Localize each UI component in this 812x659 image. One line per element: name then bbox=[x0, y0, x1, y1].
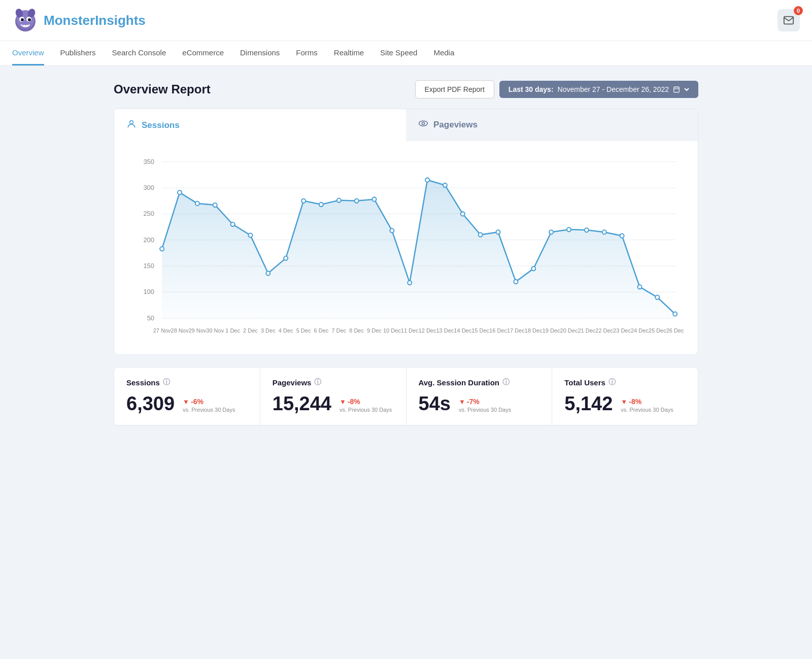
svg-rect-10 bbox=[674, 87, 680, 92]
svg-text:24 Dec: 24 Dec bbox=[631, 327, 649, 334]
header-right: 0 bbox=[777, 9, 800, 31]
stat-card-pageviews: Pageviews ⓘ 15,244 ▼ -8% vs. Previous 30… bbox=[260, 368, 406, 425]
logo-area: MonsterInsights bbox=[12, 7, 146, 34]
svg-text:15 Dec: 15 Dec bbox=[471, 327, 489, 334]
svg-point-16 bbox=[422, 122, 425, 125]
chart-point bbox=[567, 227, 571, 232]
info-icon-pageviews[interactable]: ⓘ bbox=[314, 378, 321, 387]
chart-point bbox=[620, 234, 624, 238]
svg-text:17 Dec: 17 Dec bbox=[507, 327, 525, 334]
svg-text:50: 50 bbox=[147, 314, 154, 322]
info-icon-avg-session[interactable]: ⓘ bbox=[502, 378, 510, 387]
report-title: Overview Report bbox=[114, 82, 211, 96]
svg-point-7 bbox=[28, 18, 31, 21]
notification-badge: 0 bbox=[794, 6, 803, 15]
notification-button[interactable]: 0 bbox=[777, 9, 800, 31]
tab-sessions[interactable]: Sessions bbox=[114, 109, 406, 141]
stat-value-avg-session: 54s bbox=[419, 393, 451, 415]
nav-item-search-console[interactable]: Search Console bbox=[112, 41, 166, 65]
sessions-chart: 350 300 250 200 150 100 50 bbox=[126, 151, 686, 344]
stat-change-avg-session: ▼ -7% vs. Previous 30 Days bbox=[459, 398, 511, 415]
svg-text:25 Dec: 25 Dec bbox=[649, 327, 666, 334]
svg-text:30 Nov: 30 Nov bbox=[206, 327, 224, 334]
chart-point bbox=[425, 178, 429, 182]
chart-tabs: Sessions Pageviews bbox=[114, 109, 698, 141]
svg-text:26 Dec: 26 Dec bbox=[666, 327, 684, 334]
chart-point bbox=[372, 197, 376, 201]
date-range-value: November 27 - December 26, 2022 bbox=[558, 85, 669, 93]
chart-point bbox=[355, 199, 359, 203]
svg-text:23 Dec: 23 Dec bbox=[613, 327, 631, 334]
chart-point bbox=[637, 285, 641, 289]
stat-change-pct-pageviews: ▼ -8% bbox=[340, 398, 360, 406]
stat-change-pct-total-users: ▼ -8% bbox=[621, 398, 641, 406]
svg-point-6 bbox=[21, 18, 24, 21]
nav-item-forms[interactable]: Forms bbox=[296, 41, 318, 65]
stat-change-label-pageviews: vs. Previous 30 Days bbox=[340, 407, 392, 413]
info-icon-total-users[interactable]: ⓘ bbox=[608, 378, 616, 387]
svg-text:200: 200 bbox=[143, 236, 154, 244]
stat-value-row-sessions: 6,309 ▼ -6% vs. Previous 30 Days bbox=[126, 393, 248, 415]
stat-label-pageviews: Pageviews ⓘ bbox=[273, 378, 394, 387]
info-icon-sessions[interactable]: ⓘ bbox=[163, 378, 170, 387]
logo-text-black: Monster bbox=[44, 13, 95, 28]
stat-card-avg-session: Avg. Session Duration ⓘ 54s ▼ -7% vs. Pr… bbox=[407, 368, 552, 425]
svg-text:28 Nov: 28 Nov bbox=[171, 327, 189, 334]
chart-area: 350 300 250 200 150 100 50 bbox=[114, 141, 698, 354]
svg-text:100: 100 bbox=[143, 288, 154, 295]
sessions-icon bbox=[126, 119, 137, 131]
export-pdf-button[interactable]: Export PDF Report bbox=[415, 80, 494, 98]
stat-label-avg-session: Avg. Session Duration ⓘ bbox=[419, 378, 540, 387]
arrow-down-icon: ▼ bbox=[340, 398, 346, 406]
chart-point bbox=[443, 183, 447, 187]
stat-change-sessions: ▼ -6% vs. Previous 30 Days bbox=[183, 398, 235, 415]
stat-value-row-avg-session: 54s ▼ -7% vs. Previous 30 Days bbox=[419, 393, 540, 415]
chart-point bbox=[390, 228, 394, 233]
nav-item-overview[interactable]: Overview bbox=[12, 41, 44, 65]
chart-point bbox=[284, 256, 288, 260]
stat-card-sessions: Sessions ⓘ 6,309 ▼ -6% vs. Previous 30 D… bbox=[114, 368, 260, 425]
svg-text:13 Dec: 13 Dec bbox=[436, 327, 454, 334]
stat-change-label-avg-session: vs. Previous 30 Days bbox=[459, 407, 511, 413]
chart-card: Sessions Pageviews bbox=[114, 109, 698, 355]
arrow-down-icon: ▼ bbox=[459, 398, 465, 406]
nav-item-site-speed[interactable]: Site Speed bbox=[380, 41, 417, 65]
nav-item-ecommerce[interactable]: eCommerce bbox=[182, 41, 224, 65]
svg-text:21 Dec: 21 Dec bbox=[578, 327, 595, 334]
logo-text-blue: Insights bbox=[95, 13, 146, 28]
chart-point bbox=[178, 190, 182, 194]
svg-text:250: 250 bbox=[143, 210, 154, 217]
arrow-down-icon: ▼ bbox=[183, 398, 189, 406]
chart-point bbox=[514, 280, 518, 284]
svg-text:18 Dec: 18 Dec bbox=[525, 327, 543, 334]
date-range-button[interactable]: Last 30 days: November 27 - December 26,… bbox=[499, 81, 698, 98]
chart-point bbox=[248, 233, 252, 237]
nav-item-publishers[interactable]: Publishers bbox=[60, 41, 96, 65]
svg-text:300: 300 bbox=[143, 184, 154, 191]
svg-text:11 Dec: 11 Dec bbox=[401, 327, 419, 334]
svg-text:29 Nov: 29 Nov bbox=[188, 327, 206, 334]
stat-label-total-users: Total Users ⓘ bbox=[564, 378, 686, 387]
stat-change-pageviews: ▼ -8% vs. Previous 30 Days bbox=[340, 398, 392, 415]
header: MonsterInsights 0 bbox=[0, 0, 812, 41]
svg-text:27 Nov: 27 Nov bbox=[153, 327, 171, 334]
svg-text:10 Dec: 10 Dec bbox=[383, 327, 401, 334]
stat-change-pct-sessions: ▼ -6% bbox=[183, 398, 204, 406]
chart-point bbox=[319, 203, 323, 207]
stat-value-sessions: 6,309 bbox=[126, 393, 175, 415]
stat-value-row-pageviews: 15,244 ▼ -8% vs. Previous 30 Days bbox=[273, 393, 394, 415]
chart-point bbox=[231, 222, 235, 226]
nav-item-realtime[interactable]: Realtime bbox=[334, 41, 364, 65]
svg-text:20 Dec: 20 Dec bbox=[560, 327, 578, 334]
nav-item-dimensions[interactable]: Dimensions bbox=[240, 41, 280, 65]
arrow-down-icon: ▼ bbox=[621, 398, 627, 406]
stat-change-pct-avg-session: ▼ -7% bbox=[459, 398, 480, 406]
svg-text:4 Dec: 4 Dec bbox=[279, 327, 293, 334]
chart-point bbox=[337, 198, 341, 202]
chart-point bbox=[301, 199, 306, 203]
nav-item-media[interactable]: Media bbox=[433, 41, 454, 65]
svg-text:350: 350 bbox=[143, 158, 154, 166]
svg-text:150: 150 bbox=[143, 262, 154, 270]
tab-pageviews[interactable]: Pageviews bbox=[406, 109, 698, 141]
svg-text:8 Dec: 8 Dec bbox=[349, 327, 364, 334]
